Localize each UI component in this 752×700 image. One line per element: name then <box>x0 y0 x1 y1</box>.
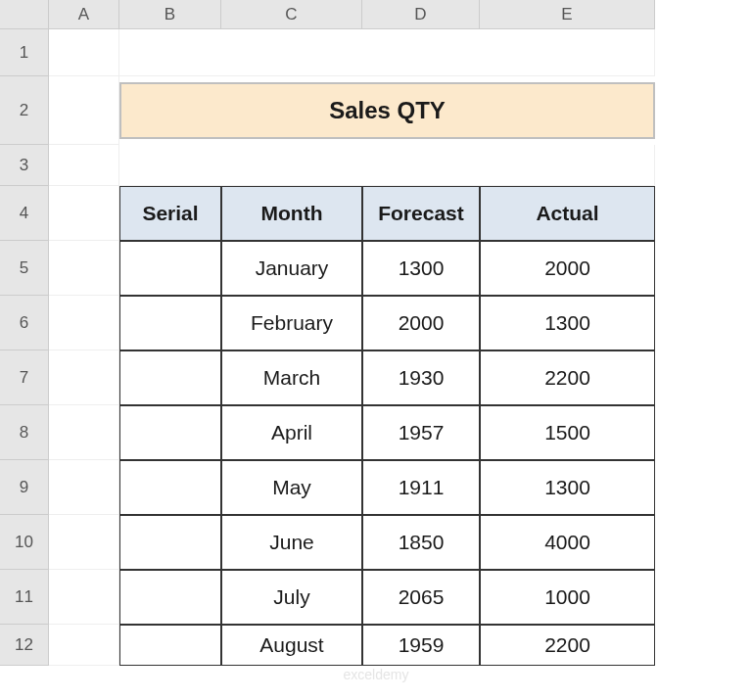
col-header-b[interactable]: B <box>119 0 221 29</box>
cell-serial-3[interactable] <box>119 405 221 460</box>
cell-a11[interactable] <box>49 570 119 625</box>
cell-forecast-1[interactable]: 2000 <box>362 296 480 350</box>
cell-month-7[interactable]: August <box>221 625 362 666</box>
cell-actual-3[interactable]: 1500 <box>480 405 655 460</box>
cell-a9[interactable] <box>49 460 119 515</box>
row-header-6[interactable]: 6 <box>0 296 49 350</box>
spreadsheet-grid: A B C D E 1 2 Sales QTY 3 4 Serial Month… <box>0 0 752 666</box>
cell-a12[interactable] <box>49 625 119 666</box>
header-serial[interactable]: Serial <box>119 186 221 241</box>
watermark: exceldemy <box>344 667 409 682</box>
cell-month-1[interactable]: February <box>221 296 362 350</box>
cell-serial-6[interactable] <box>119 570 221 625</box>
header-forecast[interactable]: Forecast <box>362 186 480 241</box>
row-header-8[interactable]: 8 <box>0 405 49 460</box>
cell-actual-2[interactable]: 2200 <box>480 350 655 405</box>
row-header-10[interactable]: 10 <box>0 515 49 570</box>
cell-serial-0[interactable] <box>119 241 221 296</box>
cell-a5[interactable] <box>49 241 119 296</box>
cell-serial-4[interactable] <box>119 460 221 515</box>
row-header-9[interactable]: 9 <box>0 460 49 515</box>
cell-forecast-4[interactable]: 1911 <box>362 460 480 515</box>
cell-a1[interactable] <box>49 29 119 76</box>
cell-serial-2[interactable] <box>119 350 221 405</box>
row-header-5[interactable]: 5 <box>0 241 49 296</box>
cell-actual-1[interactable]: 1300 <box>480 296 655 350</box>
row-header-11[interactable]: 11 <box>0 570 49 625</box>
col-header-d[interactable]: D <box>362 0 480 29</box>
cell-month-3[interactable]: April <box>221 405 362 460</box>
col-header-a[interactable]: A <box>49 0 119 29</box>
row-header-12[interactable]: 12 <box>0 625 49 666</box>
cell-forecast-6[interactable]: 2065 <box>362 570 480 625</box>
row-header-3[interactable]: 3 <box>0 145 49 186</box>
cell-actual-4[interactable]: 1300 <box>480 460 655 515</box>
cell-month-2[interactable]: March <box>221 350 362 405</box>
row-header-2[interactable]: 2 <box>0 76 49 145</box>
col-header-c[interactable]: C <box>221 0 362 29</box>
cell-serial-1[interactable] <box>119 296 221 350</box>
cell-a10[interactable] <box>49 515 119 570</box>
cell-month-4[interactable]: May <box>221 460 362 515</box>
cell-serial-7[interactable] <box>119 625 221 666</box>
cell-actual-5[interactable]: 4000 <box>480 515 655 570</box>
header-actual[interactable]: Actual <box>480 186 655 241</box>
cell-forecast-7[interactable]: 1959 <box>362 625 480 666</box>
cell-a4[interactable] <box>49 186 119 241</box>
cell-month-5[interactable]: June <box>221 515 362 570</box>
row-header-7[interactable]: 7 <box>0 350 49 405</box>
cell-forecast-2[interactable]: 1930 <box>362 350 480 405</box>
cell-b3-e3[interactable] <box>119 145 655 186</box>
cell-month-0[interactable]: January <box>221 241 362 296</box>
cell-serial-5[interactable] <box>119 515 221 570</box>
cell-a2[interactable] <box>49 76 119 145</box>
cell-actual-0[interactable]: 2000 <box>480 241 655 296</box>
cell-forecast-5[interactable]: 1850 <box>362 515 480 570</box>
cell-forecast-0[interactable]: 1300 <box>362 241 480 296</box>
select-all-corner[interactable] <box>0 0 49 29</box>
row-header-4[interactable]: 4 <box>0 186 49 241</box>
title-merged-cell[interactable]: Sales QTY <box>119 82 655 139</box>
col-header-e[interactable]: E <box>480 0 655 29</box>
cell-a7[interactable] <box>49 350 119 405</box>
cell-actual-6[interactable]: 1000 <box>480 570 655 625</box>
cell-forecast-3[interactable]: 1957 <box>362 405 480 460</box>
cell-a6[interactable] <box>49 296 119 350</box>
cell-a8[interactable] <box>49 405 119 460</box>
row-header-1[interactable]: 1 <box>0 29 49 76</box>
cell-b1-e1[interactable] <box>119 29 655 76</box>
cell-a3[interactable] <box>49 145 119 186</box>
cell-actual-7[interactable]: 2200 <box>480 625 655 666</box>
header-month[interactable]: Month <box>221 186 362 241</box>
cell-month-6[interactable]: July <box>221 570 362 625</box>
